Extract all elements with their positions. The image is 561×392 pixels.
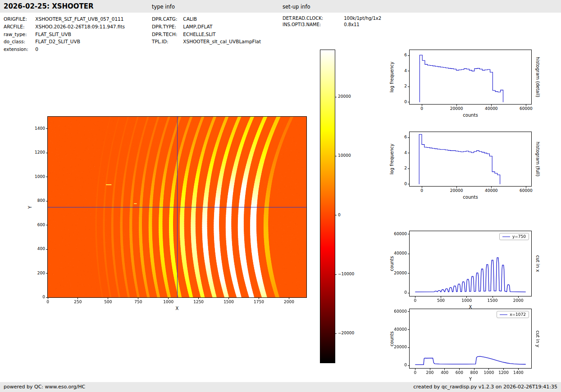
footer-bar: powered by QC: www.eso.org/HC created by… bbox=[0, 382, 561, 392]
colorbar-gradient bbox=[320, 50, 335, 363]
cut-y-side-label: cut in y bbox=[535, 330, 540, 347]
info-value: FLAT_D2_SLIT_UVB bbox=[35, 39, 80, 44]
file-info-column: ORIGFILE: XSHOOTER_SLT_FLAT_UVB_057_0111… bbox=[4, 15, 125, 53]
x-tick bbox=[259, 297, 259, 299]
y-tick-label: 800 bbox=[23, 198, 45, 203]
histogram-detail-xlabel: counts bbox=[410, 113, 531, 118]
main-image-axes: Y X 025050075010001250150017502000020040… bbox=[47, 116, 307, 298]
series-line bbox=[415, 356, 525, 365]
info-value: 0 bbox=[35, 46, 38, 52]
x-tick bbox=[228, 297, 229, 299]
type-info-column: DPR.CATG: CALIB DPR.TYPE: LAMP,DFLAT DPR… bbox=[152, 15, 261, 46]
histogram-detail-side-label: histogram (detail) bbox=[535, 57, 540, 97]
legend-line-sample bbox=[500, 315, 507, 315]
info-label: do_class: bbox=[4, 38, 34, 46]
x-tick-label: 250 bbox=[65, 300, 91, 304]
y-tick-label: 20000 bbox=[385, 271, 407, 275]
colorbar-tick-label: 0 bbox=[338, 213, 341, 217]
x-tick bbox=[138, 297, 138, 299]
info-label: INS.OPTI3.NAME: bbox=[283, 22, 342, 28]
info-label: ARCFILE: bbox=[4, 23, 34, 31]
cut-x-ylabel: counts bbox=[389, 256, 394, 271]
x-tick-label: 1500 bbox=[216, 300, 242, 304]
x-tick bbox=[503, 368, 504, 370]
x-tick bbox=[422, 186, 422, 188]
x-tick bbox=[48, 297, 48, 299]
histogram-detail-axes: log frequency counts histogram (detail) … bbox=[409, 50, 532, 105]
x-tick-label: 0 bbox=[409, 106, 434, 111]
echelle-flat-image bbox=[48, 117, 306, 297]
x-tick bbox=[491, 104, 492, 106]
y-tick-label: 0 bbox=[385, 290, 407, 295]
legend-line-sample bbox=[502, 237, 510, 237]
qc-raw-display-page: 2026-02-25: XSHOOTER type info set-up in… bbox=[0, 0, 561, 392]
x-tick bbox=[289, 297, 289, 299]
y-tick-label: 20000 bbox=[385, 345, 407, 349]
x-tick bbox=[474, 368, 474, 370]
x-tick bbox=[415, 296, 415, 298]
x-tick-label: 1250 bbox=[186, 300, 211, 304]
header-bar: 2026-02-25: XSHOOTER type info set-up in… bbox=[0, 0, 561, 13]
y-tick bbox=[46, 201, 48, 201]
y-tick-label: 0 bbox=[385, 182, 407, 186]
x-tick bbox=[526, 104, 526, 106]
y-tick bbox=[46, 128, 48, 129]
y-tick-label: 0 bbox=[385, 363, 407, 367]
info-label: DET.READ.CLOCK: bbox=[283, 15, 342, 22]
y-tick-label: 6 bbox=[385, 135, 407, 139]
info-label: raw_type: bbox=[4, 31, 34, 38]
x-tick bbox=[430, 368, 430, 370]
cut-y-ylabel: counts bbox=[389, 331, 394, 346]
main-xlabel: X bbox=[48, 306, 306, 311]
x-tick bbox=[415, 368, 415, 370]
cut-x-side-label: cut in x bbox=[535, 255, 540, 272]
plot-canvas bbox=[410, 231, 531, 296]
y-tick-label: 60000 bbox=[385, 232, 407, 236]
colorbar-tick bbox=[335, 274, 337, 275]
y-tick-label: 1000 bbox=[23, 174, 45, 179]
series-line bbox=[419, 134, 500, 184]
colorbar-tick bbox=[335, 97, 337, 97]
info-value: FLAT_SLIT_UVB bbox=[35, 32, 71, 37]
x-tick bbox=[422, 104, 422, 106]
y-tick-label: 200 bbox=[23, 271, 45, 275]
info-value: LAMP,DFLAT bbox=[183, 24, 212, 29]
x-tick-label: 2000 bbox=[506, 298, 531, 303]
info-row-dpr-type: DPR.TYPE: LAMP,DFLAT bbox=[152, 23, 261, 31]
info-value: ECHELLE,SLIT bbox=[183, 32, 215, 37]
x-tick bbox=[441, 296, 441, 298]
cut-y-xlabel: Y bbox=[410, 377, 531, 382]
legend-label: y=750 bbox=[512, 234, 526, 239]
footer-left-text: powered by QC: www.eso.org/HC bbox=[4, 384, 85, 390]
info-value: CALIB bbox=[183, 16, 197, 22]
histogram-full-axes: log frequency counts histogram (full) 02… bbox=[409, 132, 532, 187]
y-tick-label: 600 bbox=[23, 223, 45, 227]
x-tick-label: 60000 bbox=[513, 188, 538, 193]
x-tick bbox=[493, 296, 493, 298]
cut-y-legend: x=1072 bbox=[497, 311, 529, 318]
series-line bbox=[420, 55, 503, 102]
colorbar-tick-label: −10000 bbox=[338, 272, 354, 276]
info-value: XSHOO.2026-02-26T18:09:11.947.fits bbox=[35, 24, 125, 29]
y-tick-label: 2 bbox=[385, 84, 407, 88]
x-tick-label: 500 bbox=[96, 300, 121, 304]
y-tick bbox=[46, 297, 48, 298]
y-tick-label: 4 bbox=[385, 150, 407, 155]
y-tick-label: 1200 bbox=[23, 150, 45, 155]
info-row-raw-type: raw_type: FLAT_SLIT_UVB bbox=[4, 31, 125, 38]
x-tick bbox=[78, 297, 78, 299]
histogram-full-xlabel: counts bbox=[410, 195, 531, 200]
x-tick-label: 0 bbox=[409, 188, 434, 193]
y-tick-label: 40000 bbox=[385, 327, 407, 332]
info-value: XSHOOTER_slt_cal_UVBLampFlat bbox=[183, 39, 261, 44]
x-tick bbox=[526, 186, 526, 188]
main-ylabel: Y bbox=[27, 205, 32, 208]
y-tick-label: 0 bbox=[23, 295, 45, 299]
page-title: 2026-02-25: XSHOOTER bbox=[4, 2, 94, 10]
x-tick bbox=[488, 368, 489, 370]
info-label: extension: bbox=[4, 46, 34, 53]
x-tick-label: 40000 bbox=[479, 106, 504, 111]
y-tick-label: 2 bbox=[385, 166, 407, 170]
x-tick-label: 40000 bbox=[479, 188, 504, 193]
x-tick-label: 1400 bbox=[506, 370, 531, 375]
